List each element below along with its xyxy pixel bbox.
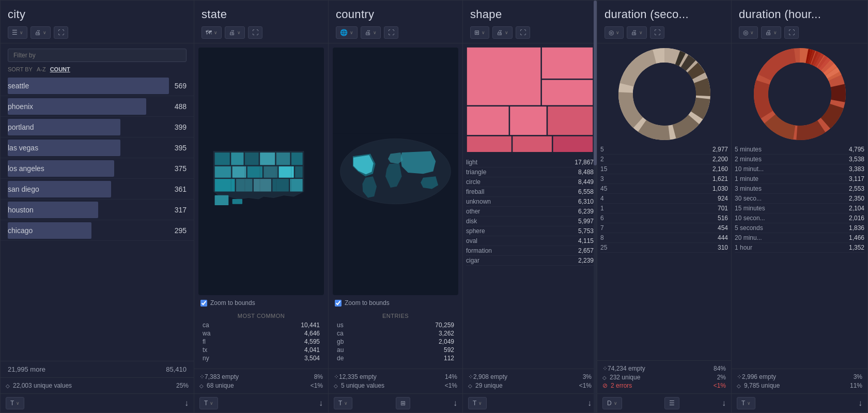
state-stats: MOST COMMON ca10,441wa4,646fl4,595tx4,04… — [198, 311, 324, 364]
shape-scroll-down[interactable]: ↓ — [587, 399, 592, 408]
duration-sec-donut-btn[interactable]: ◎ ∨ — [605, 26, 624, 39]
state-unique-pct: <1% — [311, 382, 323, 389]
duration-hour-print-btn[interactable]: 🖨 ∨ — [761, 26, 781, 39]
duration-sec-d-btn[interactable]: D ∨ — [602, 397, 622, 409]
expand-btn[interactable]: ⛶ — [54, 26, 68, 39]
sort-label: SORT BY — [8, 66, 33, 72]
country-type-btn[interactable]: T ∨ — [334, 397, 352, 409]
shape-row-label: triangle — [466, 169, 486, 176]
list-item: 152,160 — [600, 164, 728, 174]
shape-unique-label: 29 unique — [475, 382, 503, 389]
dur-sec-row-label: 8 — [600, 234, 604, 241]
dur-hour-row-label: 30 seco... — [735, 195, 762, 202]
shape-scrollbar[interactable] — [594, 43, 597, 369]
duration-sec-scroll-down[interactable]: ↓ — [722, 399, 726, 408]
state-expand-btn[interactable]: ⛶ — [248, 26, 262, 39]
duration-sec-print-btn[interactable]: 🖨 ∨ — [627, 26, 647, 39]
shape-print-btn[interactable]: 🖨 ∨ — [492, 26, 513, 39]
country-expand-btn[interactable]: ⛶ — [384, 26, 398, 39]
city-unique-row: ◇ 22,003 unique values 25% — [6, 382, 189, 389]
country-map[interactable] — [333, 48, 458, 295]
state-map-btn[interactable]: 🗺 ∨ — [202, 26, 222, 39]
filter-btn[interactable]: ☰ ∨ — [8, 26, 27, 39]
dur-hour-row-value: 2,350 — [849, 195, 864, 202]
duration-hour-donut-btn[interactable]: ◎ ∨ — [739, 26, 758, 39]
svg-rect-13 — [215, 179, 235, 191]
state-unique-label: 68 unique — [207, 382, 234, 389]
duration-hour-toolbar: ◎ ∨ 🖨 ∨ ⛶ — [739, 26, 860, 39]
print-btn[interactable]: 🖨 ∨ — [30, 26, 51, 39]
city-type-btn[interactable]: T ∨ — [6, 397, 24, 409]
shape-row-label: formation — [466, 247, 492, 254]
list-item[interactable]: san diego361 — [1, 179, 194, 200]
shape-row-label: light — [466, 159, 477, 166]
dur-sec-row-label: 2 — [600, 156, 604, 163]
state-type-btn[interactable]: T ∨ — [199, 397, 218, 409]
shape-expand-btn[interactable]: ⛶ — [516, 26, 530, 39]
list-item[interactable]: seattle569 — [1, 75, 194, 96]
city-title: city — [8, 8, 187, 21]
state-zoom-checkbox[interactable] — [200, 300, 207, 307]
duration-sec-sort-btn[interactable]: ☰ — [664, 397, 679, 409]
type-chevron: ∨ — [16, 401, 20, 406]
country-zoom-checkbox[interactable] — [335, 300, 342, 307]
list-item[interactable]: houston317 — [1, 200, 194, 220]
city-count-label: 488 — [175, 102, 187, 111]
shape-empty-pct: 3% — [583, 373, 592, 380]
list-item[interactable]: phoenix488 — [1, 96, 194, 117]
filter-input[interactable] — [8, 49, 187, 62]
duration-hour-expand-btn[interactable]: ⛶ — [784, 26, 799, 39]
shape-grid-btn[interactable]: ⊞ ∨ — [470, 26, 489, 39]
duration-hour-type-btn[interactable]: T ∨ — [737, 397, 755, 409]
country-globe-btn[interactable]: 🌐 ∨ — [336, 26, 358, 39]
country-toolbar: 🌐 ∨ 🖨 ∨ ⛶ — [336, 26, 455, 39]
duration-hour-content: 5 minutes4,7952 minutes3,53810 minut...3… — [732, 43, 867, 369]
list-item: 451,030 — [600, 184, 728, 194]
list-item[interactable]: chicago295 — [1, 220, 194, 241]
country-scroll-down[interactable]: ↓ — [453, 399, 457, 408]
state-row-label: ca — [203, 322, 209, 329]
list-item[interactable]: portland399 — [1, 117, 194, 137]
state-most-common-header: MOST COMMON — [200, 313, 322, 319]
dur-sec-row-value: 1,621 — [712, 175, 728, 182]
state-map[interactable] — [198, 48, 324, 295]
city-count-label: 569 — [175, 82, 187, 90]
duration-sec-list: 52,97722,200152,16031,621451,03049241701… — [597, 145, 731, 253]
list-item: tx4,041 — [200, 346, 322, 354]
dur-hour-row-value: 2,553 — [849, 185, 864, 192]
state-row-value: 4,041 — [304, 346, 320, 354]
duration-hour-scroll-down[interactable]: ↓ — [858, 399, 862, 408]
list-item: gb2,049 — [335, 338, 456, 346]
svg-rect-6 — [291, 152, 303, 165]
list-item: 10 minut...3,383 — [735, 164, 864, 174]
city-footer: ◇ 22,003 unique values 25% — [1, 377, 194, 393]
shape-dots-icon: ⁘ — [468, 373, 473, 380]
duration-sec-empty-label: 74,234 empty — [608, 365, 645, 372]
duration-sec-expand-btn[interactable]: ⛶ — [650, 26, 664, 39]
list-item[interactable]: las vegas395 — [1, 137, 194, 158]
dur-sec-row-label: 1 — [600, 205, 604, 212]
country-zoom-row: Zoom to bounds — [333, 298, 458, 308]
country-unique-label: 5 unique values — [341, 382, 384, 389]
list-item[interactable]: los angeles375 — [1, 158, 194, 179]
duration-hour-header: duration (hour... ◎ ∨ 🖨 ∨ ⛶ — [732, 1, 867, 43]
state-zoom-row: Zoom to bounds — [198, 298, 324, 308]
shape-type-btn[interactable]: T ∨ — [468, 397, 487, 409]
print-icon: 🖨 — [35, 29, 41, 36]
city-scroll-down[interactable]: ↓ — [184, 399, 189, 408]
svg-rect-8 — [233, 166, 246, 178]
state-print-btn[interactable]: 🖨 ∨ — [225, 26, 245, 39]
country-grid-btn[interactable]: ⊞ — [396, 397, 410, 409]
sort-count[interactable]: COUNT — [50, 66, 70, 72]
country-print-btn[interactable]: 🖨 ∨ — [361, 26, 381, 39]
sort-az[interactable]: A-Z — [37, 66, 46, 72]
list-item: circle8,449 — [466, 177, 594, 187]
state-row-value: 4,646 — [304, 330, 320, 337]
duration-hour-title: duration (hour... — [739, 8, 860, 21]
state-map-area: Zoom to bounds MOST COMMON ca10,441wa4,6… — [194, 43, 328, 369]
svg-rect-32 — [541, 47, 593, 79]
svg-rect-9 — [247, 166, 262, 178]
state-scroll-down[interactable]: ↓ — [319, 399, 323, 408]
list-item: 4924 — [600, 194, 728, 204]
duration-hour-type-icon: T — [741, 400, 745, 407]
